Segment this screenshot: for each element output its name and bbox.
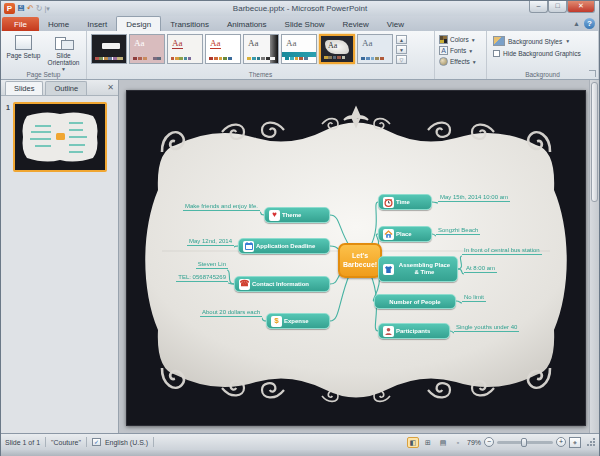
theme-more-icon[interactable]: ▽ [396, 55, 407, 64]
slide-show-icon[interactable]: ▫ [452, 437, 464, 448]
dropdown-arrow-icon: ▼ [471, 37, 476, 43]
tab-review[interactable]: Review [334, 17, 378, 31]
note-place[interactable]: Songzhi Beach [436, 227, 480, 235]
checkbox-icon[interactable] [493, 50, 500, 57]
resize-grip[interactable] [587, 438, 595, 446]
center-node-line1: Let's [352, 252, 368, 261]
theme-scroll-down-icon[interactable]: ▼ [396, 45, 407, 54]
slide-thumbnail[interactable] [13, 102, 107, 172]
tab-animations[interactable]: Animations [218, 17, 276, 31]
background-styles-button[interactable]: Background Styles ▼ [493, 36, 598, 46]
effects-button[interactable]: Effects ▼ [439, 57, 484, 66]
window-frame-bottom [1, 450, 599, 456]
minimize-button[interactable]: – [529, 1, 548, 13]
note-application-deadline[interactable]: May 12nd, 2014 [187, 238, 234, 246]
background-styles-icon [493, 36, 505, 46]
minimize-ribbon-icon[interactable]: ▲ [573, 20, 580, 27]
center-node-line2: Barbecue! [343, 261, 377, 270]
tab-design[interactable]: Design [116, 16, 161, 31]
tshirt-icon [383, 264, 394, 275]
mindmap-node-theme[interactable]: ♥ Theme [264, 207, 330, 223]
colors-icon [439, 35, 448, 44]
theme-thumbnail[interactable]: Aa [357, 34, 393, 64]
vertical-scrollbar[interactable] [589, 80, 599, 433]
slide-sorter-icon[interactable]: ⊞ [422, 437, 434, 448]
mindmap-node-number-of-people[interactable]: Number of People [374, 294, 456, 309]
colors-label: Colors [450, 36, 469, 43]
mindmap-node-application-deadline[interactable]: Application Deadline [238, 238, 330, 254]
colors-button[interactable]: Colors ▼ [439, 35, 484, 44]
note-number-of-people[interactable]: No limit [462, 294, 486, 302]
dropdown-arrow-icon: ▼ [472, 59, 477, 65]
close-panel-icon[interactable]: ✕ [107, 83, 114, 92]
status-bar: Slide 1 of 1 "Couture" ✓ English (U.S.) … [1, 433, 599, 450]
tab-file[interactable]: File [2, 17, 39, 31]
spellcheck-icon[interactable]: ✓ [92, 438, 101, 446]
hide-background-graphics-checkbox[interactable]: Hide Background Graphics [493, 50, 598, 57]
mindmap-center-node[interactable]: Let's Barbecue! [338, 243, 382, 278]
theme-thumbnail[interactable]: Aa [129, 34, 165, 64]
slide-editor: Let's Barbecue! ♥ Theme Application Dead… [119, 80, 589, 433]
mindmap-node-contact-information[interactable]: ☎ Contact Information [234, 276, 330, 292]
tab-insert[interactable]: Insert [78, 17, 116, 31]
tab-slide-show[interactable]: Slide Show [276, 17, 334, 31]
mindmap-node-assembling-place-time[interactable]: Assembling Place & Time [378, 256, 458, 282]
zoom-level[interactable]: 79% [467, 439, 481, 446]
note-contact-tel[interactable]: TEL: 0568745269 [176, 274, 228, 282]
tab-view[interactable]: View [378, 17, 413, 31]
fonts-icon: A [439, 46, 448, 55]
mindmap-node-time[interactable]: Time [378, 194, 432, 210]
fit-slide-to-window-icon[interactable]: ⌖ [569, 437, 581, 448]
theme-thumbnail-selected[interactable]: Aa [319, 34, 355, 64]
normal-view-icon[interactable]: ◧ [407, 437, 419, 448]
theme-thumbnail[interactable]: Aa [167, 34, 203, 64]
language-status[interactable]: English (U.S.) [105, 439, 148, 446]
zoom-out-icon[interactable]: − [484, 437, 494, 447]
note-assembling-place[interactable]: In front of central bus station [462, 247, 542, 255]
tab-slides[interactable]: Slides [5, 81, 43, 95]
theme-name-status: "Couture" [51, 439, 81, 446]
page-setup-label: Page Setup [7, 52, 41, 59]
note-expense[interactable]: About 20 dollars each [200, 309, 262, 317]
theme-thumbnail-current[interactable] [91, 34, 127, 64]
theme-thumbnail[interactable]: Aa [243, 34, 279, 64]
note-assembling-time[interactable]: At 8:00 am [464, 265, 497, 273]
zoom-slider-thumb[interactable] [521, 438, 527, 447]
dialog-launcher-icon[interactable] [589, 70, 596, 77]
fonts-button[interactable]: A Fonts ▼ [439, 46, 484, 55]
slide-indicator: Slide 1 of 1 [5, 439, 40, 446]
node-label: Participants [396, 328, 430, 334]
node-label: Number of People [389, 299, 440, 305]
slide-canvas[interactable]: Let's Barbecue! ♥ Theme Application Dead… [126, 90, 586, 426]
node-label: Application Deadline [256, 243, 315, 249]
note-contact-name[interactable]: Steven Lin [196, 261, 228, 269]
maximize-button[interactable]: □ [548, 1, 567, 13]
theme-thumbnail[interactable]: Aa [205, 34, 241, 64]
window-controls: – □ ✕ [529, 1, 595, 13]
mindmap-node-participants[interactable]: Participants [378, 323, 450, 339]
close-button[interactable]: ✕ [567, 1, 595, 13]
theme-options-group: Colors ▼ A Fonts ▼ Effects ▼ [435, 31, 487, 79]
themes-group-label: Themes [87, 71, 434, 78]
theme-thumbnail[interactable]: Aa [281, 34, 317, 64]
tab-home[interactable]: Home [39, 17, 78, 31]
ribbon: Page Setup Slide Orientation ▼ Page Setu… [1, 31, 599, 80]
note-participants[interactable]: Single youths under 40 [454, 324, 519, 332]
mindmap-node-place[interactable]: Place [378, 226, 432, 242]
slide-number: 1 [3, 102, 13, 172]
zoom-in-icon[interactable]: + [556, 437, 566, 447]
note-theme[interactable]: Make friends and enjoy life. [183, 203, 260, 211]
help-icon[interactable]: ? [584, 18, 595, 29]
reading-view-icon[interactable]: ▤ [437, 437, 449, 448]
note-time[interactable]: May 15th, 2014 10:00 am [438, 194, 510, 202]
scrollbar-thumb[interactable] [591, 82, 598, 202]
theme-scroll-up-icon[interactable]: ▲ [396, 35, 407, 44]
tab-outline[interactable]: Outline [45, 81, 87, 95]
dropdown-arrow-icon: ▼ [468, 48, 473, 54]
dropdown-arrow-icon: ▼ [565, 38, 570, 44]
mindmap-node-expense[interactable]: $ Expense [266, 313, 330, 329]
effects-icon [439, 57, 448, 66]
zoom-slider[interactable] [497, 441, 553, 444]
tab-transitions[interactable]: Transitions [161, 17, 218, 31]
background-group-label: Background [487, 71, 598, 78]
